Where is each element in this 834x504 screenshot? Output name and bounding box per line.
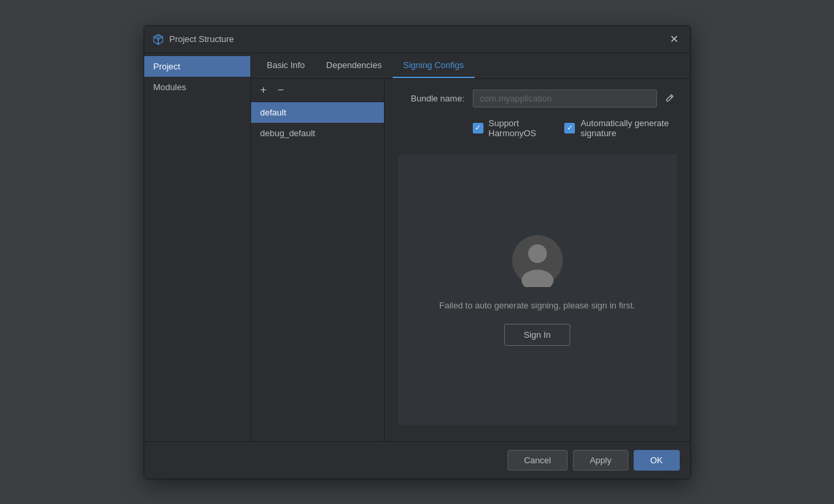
- auto-signature-checkbox[interactable]: ✓ Automatically generate signature: [564, 118, 676, 138]
- svg-point-1: [528, 244, 547, 263]
- bundle-name-input-wrap: [473, 89, 677, 107]
- main-panel: Basic Info Dependencies Signing Configs …: [251, 53, 690, 441]
- support-harmonyos-checkbox-box: ✓: [473, 123, 483, 134]
- bundle-name-label: Bundle name:: [398, 93, 465, 103]
- dialog-title: Project Structure: [170, 34, 666, 44]
- sign-in-button[interactable]: Sign In: [504, 324, 570, 346]
- support-harmonyos-label: Support HarmonyOS: [489, 118, 549, 138]
- sidebar-item-modules[interactable]: Modules: [144, 77, 250, 97]
- config-item-debug-default[interactable]: debug_default: [251, 123, 384, 144]
- footer: Cancel Apply OK: [144, 441, 690, 479]
- sidebar: Project Modules: [144, 53, 251, 441]
- tab-basic-info[interactable]: Basic Info: [256, 53, 316, 78]
- tab-content: + − default debug_default: [251, 79, 690, 441]
- ok-button[interactable]: OK: [634, 450, 680, 471]
- list-toolbar: + −: [251, 79, 384, 102]
- title-bar: Project Structure ✕: [144, 26, 690, 53]
- app-logo-icon: [152, 33, 164, 45]
- config-item-default[interactable]: default: [251, 102, 384, 123]
- close-button[interactable]: ✕: [666, 31, 682, 47]
- remove-config-button[interactable]: −: [274, 83, 288, 97]
- sidebar-item-project[interactable]: Project: [144, 56, 250, 77]
- user-avatar-icon: [511, 234, 564, 287]
- tabs-bar: Basic Info Dependencies Signing Configs: [251, 53, 690, 79]
- cancel-button[interactable]: Cancel: [507, 450, 568, 471]
- tab-signing-configs[interactable]: Signing Configs: [393, 53, 475, 78]
- auto-signature-label: Automatically generate signature: [580, 118, 676, 138]
- sign-in-message: Failed to auto generate signing, please …: [439, 300, 635, 310]
- support-harmonyos-checkbox[interactable]: ✓ Support HarmonyOS: [473, 118, 549, 138]
- sign-in-area: Failed to auto generate signing, please …: [398, 154, 677, 425]
- tab-dependencies[interactable]: Dependencies: [316, 53, 393, 78]
- auto-signature-checkbox-box: ✓: [564, 123, 575, 134]
- edit-icon[interactable]: [662, 91, 677, 105]
- config-detail: Bundle name:: [385, 79, 690, 441]
- config-list: default debug_default: [251, 102, 384, 441]
- apply-button[interactable]: Apply: [573, 450, 628, 471]
- project-structure-dialog: Project Structure ✕ Project Modules Basi…: [144, 25, 691, 479]
- content-area: Project Modules Basic Info Dependencies …: [144, 53, 690, 441]
- add-config-button[interactable]: +: [256, 83, 271, 97]
- bundle-name-row: Bundle name:: [398, 89, 677, 107]
- checkbox-row: ✓ Support HarmonyOS ✓ Automatically gene…: [398, 118, 677, 138]
- bundle-name-input[interactable]: [473, 89, 657, 107]
- config-list-panel: + − default debug_default: [251, 79, 385, 441]
